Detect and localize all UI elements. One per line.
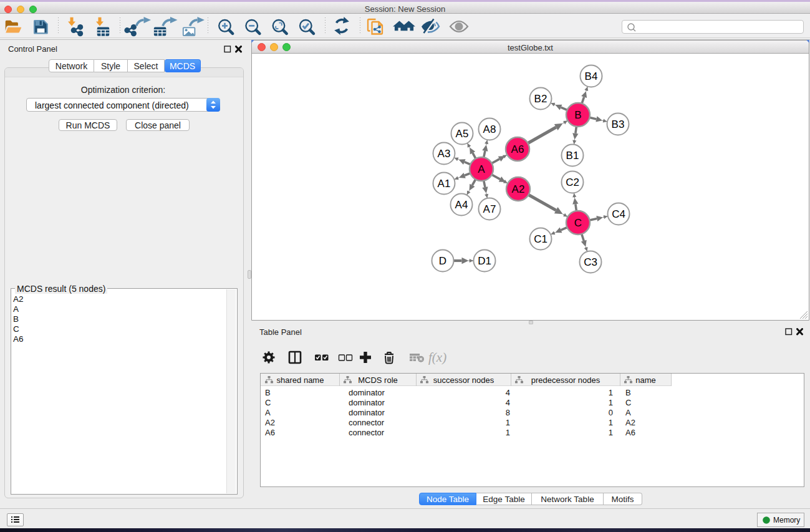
svg-text:C2: C2	[566, 177, 579, 188]
svg-text:C1: C1	[534, 233, 547, 245]
svg-text:A3: A3	[438, 148, 451, 160]
svg-text:B4: B4	[585, 70, 598, 82]
svg-text:A1: A1	[438, 178, 451, 190]
svg-text:B: B	[574, 109, 581, 121]
svg-text:D1: D1	[478, 255, 491, 267]
svg-text:B2: B2	[534, 93, 547, 105]
svg-text:A7: A7	[483, 203, 496, 215]
svg-text:B3: B3	[612, 118, 625, 130]
svg-text:C: C	[574, 217, 582, 229]
svg-text:A4: A4	[455, 199, 468, 211]
svg-text:A6: A6	[511, 143, 524, 155]
svg-text:B1: B1	[566, 150, 579, 162]
svg-text:f(x): f(x)	[428, 350, 446, 365]
svg-text:A8: A8	[483, 123, 496, 135]
svg-text:A2: A2	[512, 183, 525, 195]
svg-text:C3: C3	[584, 256, 597, 268]
svg-text:A5: A5	[456, 128, 469, 140]
svg-text:A: A	[478, 163, 485, 175]
svg-text:D: D	[439, 255, 446, 267]
svg-text:C4: C4	[612, 208, 625, 220]
